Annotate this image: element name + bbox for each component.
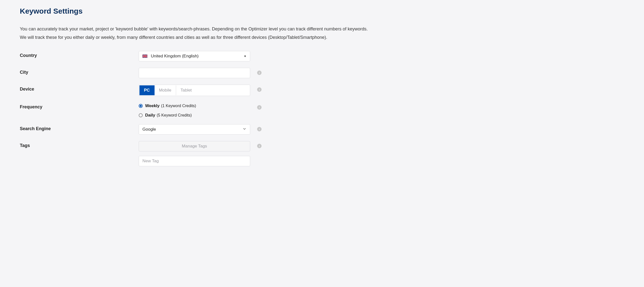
frequency-option-daily[interactable]: Daily (5 Keyword Credits) (139, 113, 250, 118)
page-title: Keyword Settings (20, 7, 369, 15)
manage-tags-button[interactable]: Manage Tags (139, 141, 250, 151)
caret-down-icon: ▼ (244, 55, 246, 58)
frequency-radio-group: Weekly (1 Keyword Credits) Daily (5 Keyw… (139, 102, 250, 118)
country-select[interactable]: United Kingdom (English) ▼ (139, 51, 250, 61)
device-option-mobile[interactable]: Mobile (154, 85, 176, 95)
uk-flag-icon (142, 54, 148, 58)
device-option-pc[interactable]: PC (140, 85, 154, 95)
info-icon[interactable]: i (257, 87, 262, 92)
device-label: Device (20, 85, 139, 92)
radio-checked-icon (139, 104, 143, 108)
tags-label: Tags (20, 141, 139, 148)
frequency-daily-label: Daily (145, 113, 155, 118)
radio-unchecked-icon (139, 113, 143, 117)
chevron-down-icon (242, 127, 246, 132)
country-label: Country (20, 51, 139, 58)
country-selected-value: United Kingdom (English) (151, 54, 244, 59)
search-engine-select[interactable]: Google (139, 124, 250, 135)
info-icon[interactable]: i (257, 144, 262, 148)
frequency-weekly-label: Weekly (145, 103, 160, 108)
city-input[interactable] (139, 68, 250, 78)
info-icon[interactable]: i (257, 127, 262, 131)
frequency-daily-credits: (5 Keyword Credits) (157, 113, 192, 117)
search-engine-selected-value: Google (142, 127, 242, 132)
search-engine-label: Search Engine (20, 124, 139, 131)
device-segmented-control: PC Mobile Tablet (139, 85, 250, 96)
city-label: City (20, 68, 139, 75)
frequency-label: Frequency (20, 102, 139, 110)
info-icon[interactable]: i (257, 70, 262, 75)
device-option-tablet[interactable]: Tablet (176, 85, 250, 95)
page-description: You can accurately track your market, pr… (20, 25, 369, 41)
info-icon[interactable]: i (257, 105, 262, 110)
new-tag-input[interactable] (139, 156, 250, 166)
frequency-option-weekly[interactable]: Weekly (1 Keyword Credits) (139, 103, 250, 108)
frequency-weekly-credits: (1 Keyword Credits) (161, 104, 196, 108)
